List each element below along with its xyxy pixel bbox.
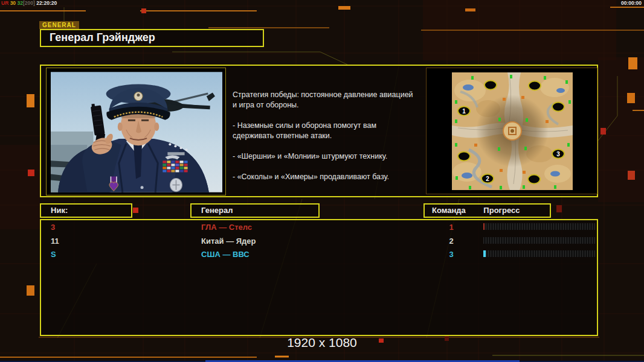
player-row: S США — ВВС 3 [41,250,597,259]
general-portrait [46,68,226,195]
briefing-panel: Стратегия победы: постоянное давление ав… [40,65,598,197]
debug-seg: 30 [8,0,17,6]
loading-bar-tick [483,223,485,230]
briefing-paragraph: - «Соколы» и «Химеры» продавливают базу. [233,172,415,182]
debug-seg: [200] [23,0,36,6]
general-portrait-illustration [51,72,222,192]
player-loading-bar [483,223,595,230]
general-title-box: Генерал Грэйнджер [40,29,264,47]
team-header-label: Команда [432,205,466,217]
player-nick: S [51,250,56,259]
player-loading-bar [483,250,595,257]
player-team: 2 [442,237,460,246]
map-preview-illustration: 1 2 3 [452,72,573,190]
player-general: ГЛА — Стелс [201,223,252,232]
player-nick: 11 [51,237,59,246]
nick-header-box: Ник: [40,203,132,218]
general-header-label: Генерал [201,205,233,217]
mission-timer: 00:00:00 [621,0,642,6]
briefing-paragraph: - «Шершни» и «Молнии» штурмуют технику. [233,151,415,162]
debug-seg: UR [1,0,8,6]
player-roster-panel: 3 ГЛА — Стелс 1 11 Китай — Ядер 2 S США … [40,219,598,336]
strategy-briefing: Стратегия победы: постоянное давление ав… [233,90,415,192]
player-row: 11 Китай — Ядер 2 [41,237,597,246]
team-progress-header-box: Команда Прогресс [423,203,551,218]
player-loading-bar [483,237,595,244]
briefing-paragraph: Стратегия победы: постоянное давление ав… [233,90,415,110]
start-marker-3: 3 [556,151,560,157]
debug-stats-readout: UR 30 32[200] 22:20:20 [1,0,57,6]
loading-bar-tick [483,250,486,257]
debug-seg: 32 [17,0,22,6]
general-header-box: Генерал [190,203,320,218]
player-general: США — ВВС [201,250,250,259]
player-team: 3 [442,250,460,259]
map-preview: 1 2 3 [426,68,597,194]
start-marker-2: 2 [486,176,489,182]
debug-seg: 22:20:20 [36,0,57,6]
page-title: Генерал Грэйнджер [41,30,263,45]
nick-header-label: Ник: [51,205,68,217]
briefing-paragraph: - Наземные силы и оборона помогут вам сд… [233,121,415,141]
player-nick: 3 [51,223,55,232]
player-team: 1 [442,223,460,232]
general-tab-label: GENERAL [39,21,79,29]
player-row: 3 ГЛА — Стелс 1 [41,223,597,232]
player-general: Китай — Ядер [201,237,256,246]
start-marker-1: 1 [462,108,466,115]
progress-header-label: Прогресс [483,205,520,217]
resolution-label: 1920 x 1080 [0,335,644,350]
